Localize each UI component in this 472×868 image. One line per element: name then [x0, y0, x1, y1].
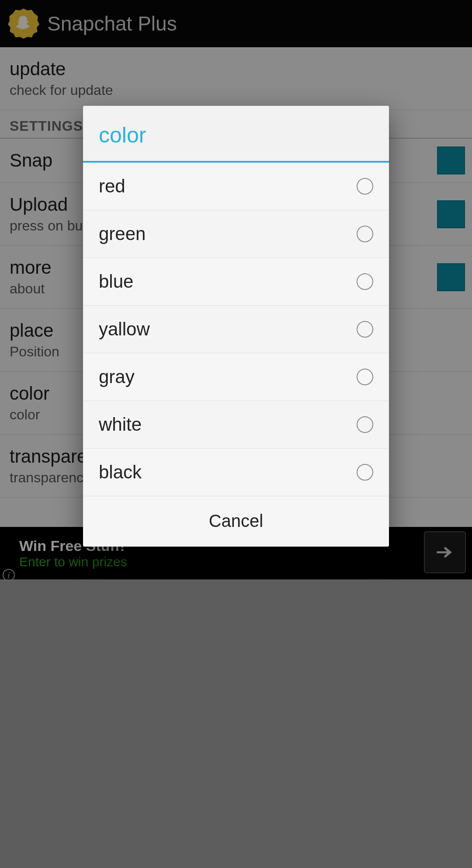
option-label: green	[99, 223, 146, 244]
option-blue[interactable]: blue	[83, 258, 389, 306]
option-label: white	[99, 414, 142, 435]
option-label: black	[99, 462, 142, 483]
option-red[interactable]: red	[83, 163, 389, 210]
option-gray[interactable]: gray	[83, 353, 389, 401]
option-label: blue	[99, 271, 133, 292]
option-green[interactable]: green	[83, 210, 389, 258]
option-white[interactable]: white	[83, 401, 389, 449]
radio-icon[interactable]	[357, 369, 373, 385]
option-label: gray	[99, 366, 135, 387]
option-label: yallow	[99, 319, 150, 340]
radio-icon[interactable]	[357, 226, 373, 242]
dialog-title: color	[83, 106, 389, 163]
radio-icon[interactable]	[357, 178, 373, 195]
cancel-button[interactable]: Cancel	[83, 496, 389, 547]
option-black[interactable]: black	[83, 449, 389, 496]
radio-icon[interactable]	[357, 464, 373, 481]
option-yallow[interactable]: yallow	[83, 306, 389, 353]
radio-icon[interactable]	[357, 321, 373, 338]
radio-icon[interactable]	[357, 416, 373, 433]
dialog-options: red green blue yallow gray white black	[83, 163, 389, 496]
radio-icon[interactable]	[357, 273, 373, 290]
option-label: red	[99, 176, 125, 197]
color-dialog: color red green blue yallow gray white b…	[83, 106, 389, 547]
